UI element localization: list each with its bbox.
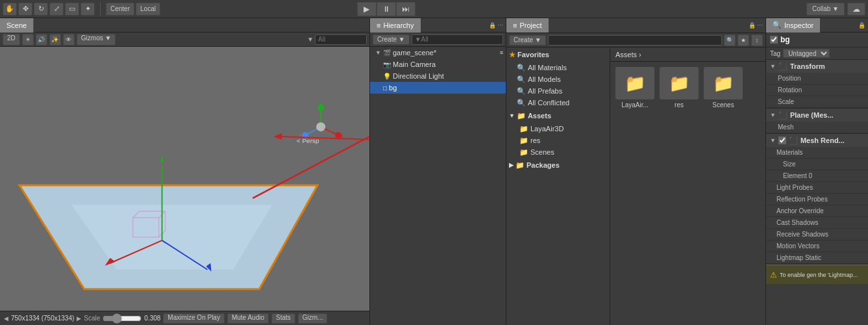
mesh-rend-checkbox[interactable] bbox=[778, 136, 786, 144]
local-btn[interactable]: Local bbox=[136, 3, 160, 16]
top-toolbar: ✋ ✥ ↻ ⤢ ▭ ✦ Center Local ▶ ⏸ ⏭ Collab ▼ … bbox=[0, 0, 868, 18]
gizmos-status-btn[interactable]: Gizm... bbox=[298, 313, 328, 324]
materials-row: Materials bbox=[766, 147, 868, 159]
multi-tool-btn[interactable]: ✦ bbox=[81, 3, 95, 16]
assets-scenes[interactable]: 📁 Scenes bbox=[506, 146, 610, 158]
asset-scenes[interactable]: 📁 Scenes bbox=[704, 67, 743, 109]
cloud-btn[interactable]: ☁ bbox=[847, 3, 865, 16]
scene-tab-bar: Scene bbox=[0, 18, 369, 32]
transform-arrow-icon: ▼ bbox=[770, 63, 776, 70]
assets-section-label: Assets bbox=[528, 112, 551, 120]
collab-btn[interactable]: Collab ▼ bbox=[806, 3, 845, 16]
inspector-content: bg Tag Untagged ▼ ⬛ Transform Position bbox=[766, 32, 868, 325]
hierarchy-item-light[interactable]: 💡 Directional Light bbox=[370, 70, 506, 82]
project-create-btn[interactable]: Create ▼ bbox=[509, 35, 546, 46]
hierarchy-item-camera[interactable]: 📷 Main Camera bbox=[370, 58, 506, 70]
scale-tool-btn[interactable]: ⤢ bbox=[49, 3, 64, 16]
inspector-tab-label: Inspector bbox=[784, 21, 813, 29]
move-tool-btn[interactable]: ✥ bbox=[18, 3, 32, 16]
step-btn[interactable]: ⏭ bbox=[396, 2, 415, 16]
audio-toggle-btn[interactable]: 🔊 bbox=[36, 34, 47, 46]
fav-prefabs[interactable]: 🔍 All Prefabs bbox=[506, 85, 610, 97]
mesh-renderer-header[interactable]: ▼ ⬛ Mesh Rend... bbox=[766, 134, 868, 147]
center-btn[interactable]: Center bbox=[106, 3, 134, 16]
scale-row: Scale bbox=[766, 96, 868, 108]
asset-res-icon: 📁 bbox=[660, 67, 699, 99]
transform-header[interactable]: ▼ ⬛ Transform bbox=[766, 60, 868, 73]
project-icon: ≡ bbox=[513, 21, 517, 29]
inspector-object-header: bg bbox=[766, 32, 868, 47]
gizmos-btn[interactable]: Gizmos ▼ bbox=[77, 34, 116, 46]
scene-tab[interactable]: Scene bbox=[0, 18, 34, 32]
hierarchy-tab[interactable]: ≡ Hierarchy bbox=[370, 18, 421, 32]
hierarchy-search-input[interactable] bbox=[412, 34, 503, 45]
hierarchy-create-btn[interactable]: Create ▼ bbox=[373, 34, 410, 45]
hand-tool-btn[interactable]: ✋ bbox=[3, 3, 17, 16]
search-icon[interactable]: 🔍 bbox=[724, 34, 736, 46]
scene-file-icon: 🎬 bbox=[383, 49, 391, 57]
plane-header[interactable]: ▼ ⬛ Plane (Mes... bbox=[766, 109, 868, 122]
fav-materials-icon: 🔍 bbox=[517, 64, 526, 72]
object-enabled-checkbox[interactable] bbox=[770, 36, 778, 44]
assets-arrow-icon: ▼ bbox=[509, 112, 515, 119]
project-tab[interactable]: ≡ Project bbox=[506, 18, 549, 32]
asset-layaair[interactable]: 📁 LayaAir... bbox=[615, 67, 654, 109]
hierarchy-item-bg[interactable]: □ bg bbox=[370, 82, 506, 94]
inspector-tab[interactable]: 🔍 Inspector bbox=[766, 18, 820, 32]
play-btn[interactable]: ▶ bbox=[357, 2, 377, 16]
inspector-lock-icon[interactable]: 🔒 bbox=[858, 22, 865, 29]
assets-layaair3d[interactable]: 📁 LayaAir3D bbox=[506, 123, 610, 135]
hierarchy-tab-label: Hierarchy bbox=[383, 21, 414, 29]
project-search-input[interactable] bbox=[548, 35, 722, 46]
star-filter-icon[interactable]: ★ bbox=[738, 34, 749, 46]
lock-icon[interactable]: 🔒 bbox=[489, 22, 496, 29]
tag-dropdown[interactable]: Untagged bbox=[783, 49, 830, 58]
project-lock-icon[interactable]: 🔒 bbox=[749, 22, 756, 29]
packages-folder-icon: 📁 bbox=[515, 161, 525, 170]
fav-materials[interactable]: 🔍 All Materials bbox=[506, 62, 610, 73]
inspector-tab-btns: 🔒 bbox=[858, 22, 868, 29]
effects-btn[interactable]: ✨ bbox=[49, 34, 61, 46]
sort-icon[interactable]: ↕ bbox=[751, 34, 763, 46]
assets-folder-icon: 📁 bbox=[517, 112, 526, 120]
rect-tool-btn[interactable]: ▭ bbox=[65, 3, 79, 16]
scene-options-icon[interactable]: ≡ bbox=[500, 49, 506, 56]
plane-label: Plane (Mes... bbox=[790, 111, 834, 119]
favorites-label: Favorites bbox=[517, 51, 549, 58]
fav-models[interactable]: 🔍 All Models bbox=[506, 73, 610, 85]
stats-btn[interactable]: Stats bbox=[271, 313, 295, 324]
fav-conflicted[interactable]: 🔍 All Conflicted bbox=[506, 97, 610, 109]
assets-section[interactable]: ▼ 📁 Assets bbox=[506, 109, 610, 123]
plane-icon: ⬛ bbox=[778, 111, 787, 120]
hierarchy-item-scene[interactable]: ▼ 🎬 game_scene* ≡ bbox=[370, 47, 506, 58]
asset-res[interactable]: 📁 res bbox=[660, 67, 699, 109]
tag-label: Tag bbox=[770, 50, 780, 57]
scene-viewport[interactable]: x y z < Persp bbox=[0, 47, 369, 311]
light-toggle-btn[interactable]: ☀ bbox=[22, 34, 34, 46]
scale-slider[interactable] bbox=[103, 315, 142, 322]
scene-tab-label: Scene bbox=[6, 21, 27, 29]
packages-section[interactable]: ▶ 📁 Packages bbox=[506, 158, 610, 172]
more-icon[interactable]: ⋯ bbox=[497, 22, 503, 29]
maximize-btn[interactable]: Maximize On Play bbox=[163, 313, 225, 324]
project-create-label: Create ▼ bbox=[514, 36, 541, 44]
position-row: Position bbox=[766, 73, 868, 84]
object-name: bg bbox=[780, 35, 790, 44]
size-row: Size bbox=[766, 159, 868, 170]
fav-models-label: All Models bbox=[528, 75, 561, 83]
2d-btn[interactable]: 2D bbox=[3, 34, 20, 46]
project-sidebar: ★ Favorites 🔍 All Materials 🔍 All Models… bbox=[506, 47, 610, 325]
light-probes-label: Light Probes bbox=[776, 184, 841, 191]
assets-res[interactable]: 📁 res bbox=[506, 135, 610, 146]
sep1 bbox=[100, 3, 101, 16]
hidden-obj-btn[interactable]: 👁 bbox=[63, 34, 75, 46]
rotate-tool-btn[interactable]: ↻ bbox=[34, 3, 48, 16]
pause-btn[interactable]: ⏸ bbox=[377, 2, 396, 16]
materials-label: Materials bbox=[776, 149, 841, 156]
transform-component: ▼ ⬛ Transform Position Rotation Scale bbox=[766, 60, 868, 109]
project-top: ★ Favorites 🔍 All Materials 🔍 All Models… bbox=[506, 47, 765, 325]
scale-value: 0.308 bbox=[144, 315, 160, 322]
project-more-icon[interactable]: ⋯ bbox=[757, 22, 763, 29]
scene-search-input[interactable] bbox=[315, 34, 367, 45]
mute-btn[interactable]: Mute Audio bbox=[227, 313, 269, 324]
